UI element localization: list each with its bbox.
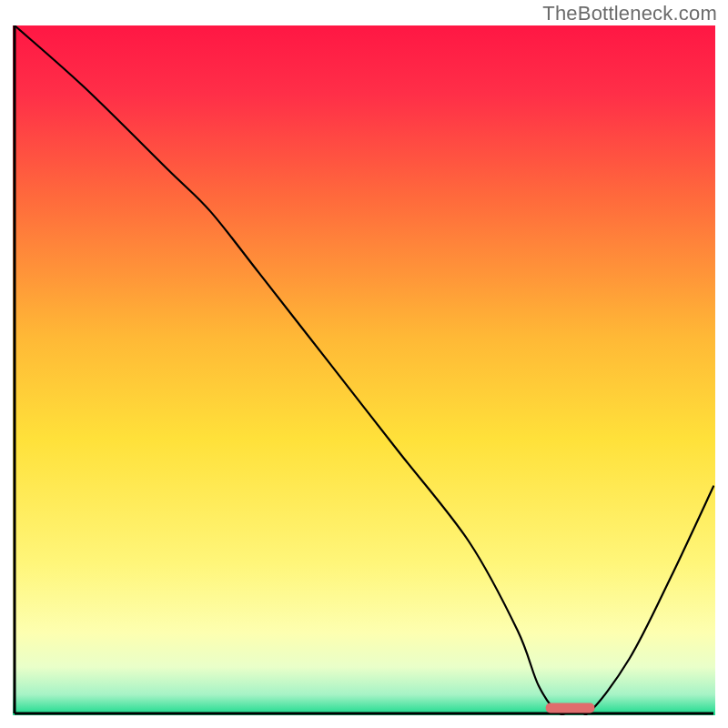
plot-frame <box>13 25 715 715</box>
watermark-text: TheBottleneck.com <box>542 2 717 25</box>
gradient-background <box>13 25 715 715</box>
optimal-marker <box>546 703 595 713</box>
chart-container: TheBottleneck.com <box>0 0 728 728</box>
bottleneck-chart <box>13 25 715 715</box>
